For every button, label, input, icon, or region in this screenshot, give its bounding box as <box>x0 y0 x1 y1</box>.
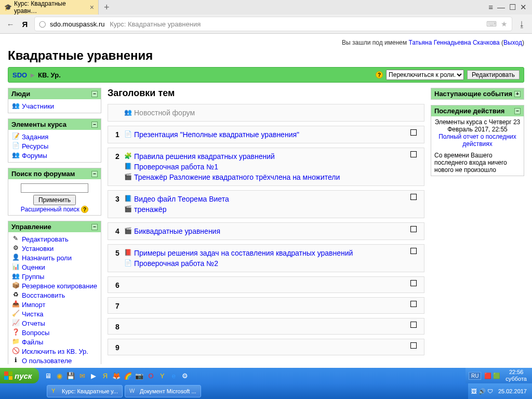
url-box[interactable]: ◯ sdo.mouspassk.ru Курс: Квадратные урав… <box>34 17 512 31</box>
activity-link[interactable]: тренажёр <box>134 205 166 214</box>
app-icon[interactable]: 📷 <box>135 371 144 380</box>
collapse-icon[interactable]: – <box>91 91 98 97</box>
activity-link[interactable]: Примеры решения задач на составления ква… <box>134 249 353 257</box>
admin-item-link[interactable]: Чистка <box>22 310 44 318</box>
admin-item-link[interactable]: Назначить роли <box>22 254 72 262</box>
opera-icon[interactable]: O <box>146 371 155 380</box>
topic-checkbox[interactable] <box>410 226 417 232</box>
taskbar-app-word[interactable]: W Документ Microsoft ... <box>125 385 201 397</box>
expand-icon[interactable]: + <box>514 91 521 97</box>
firefox-icon[interactable]: 🦊 <box>112 371 121 380</box>
taskbar-app-browser[interactable]: Y Курс: Квадратные у... <box>47 385 123 397</box>
show-desktop-icon[interactable]: 🖥 <box>43 371 52 380</box>
admin-item-link[interactable]: Импорт <box>22 301 45 309</box>
admin-item-icon: ℹ <box>11 356 20 364</box>
admin-item-link[interactable]: Отчеты <box>22 320 45 327</box>
topic-checkbox[interactable] <box>410 194 417 200</box>
help-icon[interactable]: ? <box>81 206 88 213</box>
back-icon[interactable]: ← <box>5 20 16 29</box>
admin-item-link[interactable]: Группы <box>22 273 44 281</box>
date[interactable]: 25.02.2017 <box>496 388 529 395</box>
picasa-icon[interactable]: 🌈 <box>123 371 132 380</box>
admin-item-link[interactable]: Редактировать <box>22 235 69 243</box>
tray-icon[interactable]: 🟩 <box>493 373 500 379</box>
logout-link[interactable]: Выход <box>503 39 522 46</box>
realplayer-icon[interactable]: ▶ <box>89 371 98 380</box>
admin-item-link[interactable]: Файлы <box>22 338 43 346</box>
forum-search-input[interactable] <box>21 183 88 193</box>
yandex-browser-icon[interactable]: Y <box>157 371 167 380</box>
collapse-icon[interactable]: – <box>514 108 521 114</box>
start-button[interactable]: пуск <box>0 368 39 383</box>
topic-checkbox[interactable] <box>410 322 417 328</box>
activity-link[interactable]: Тренажёр Разложение квадратного трёхчлен… <box>134 173 340 181</box>
app-icon[interactable]: ⚙ <box>180 371 190 380</box>
topic-checkbox[interactable] <box>410 129 417 136</box>
activity-link[interactable]: Проверочная работа №2 <box>134 259 218 268</box>
admin-item-link[interactable]: Вопросы <box>22 329 49 337</box>
ie-icon[interactable]: e <box>169 371 178 380</box>
minimize-icon[interactable]: — <box>497 3 505 12</box>
full-report-link[interactable]: Полный отчет о последних действиях <box>438 133 516 148</box>
admin-item-link[interactable]: О пользователе <box>22 357 72 365</box>
forums-link[interactable]: Форумы <box>22 152 47 159</box>
outlook-icon[interactable]: ✉ <box>77 371 87 380</box>
close-window-icon[interactable]: ✕ <box>520 3 527 12</box>
menu-icon[interactable]: ≡ <box>488 3 493 12</box>
admin-item-icon: 👤 <box>11 254 20 262</box>
bookmark-icon[interactable]: ★ <box>501 20 508 28</box>
activity-link[interactable]: Правила решения квадратных уравнений <box>134 152 275 161</box>
activity-link[interactable]: Новостной форум <box>134 109 195 117</box>
resources-link[interactable]: Ресурсы <box>22 142 48 150</box>
user-link[interactable]: Татьяна Геннадьевна Скачкова <box>409 39 500 46</box>
help-icon[interactable]: ? <box>376 71 383 78</box>
yandex-icon[interactable]: Я <box>20 20 30 29</box>
topic-checkbox[interactable] <box>410 248 417 254</box>
activity-icon: 🎬 <box>124 173 132 181</box>
chrome-icon[interactable]: ◉ <box>55 371 64 380</box>
tray-icons-2: 🖼 🔊 🛡 <box>471 388 493 395</box>
topic-number: 9 <box>111 342 124 352</box>
collapse-icon[interactable]: – <box>91 171 98 177</box>
search-apply-button[interactable]: Применить <box>33 195 76 205</box>
yandex-icon[interactable]: Я <box>100 371 110 380</box>
admin-item-icon: 🚫 <box>11 347 20 355</box>
activity-link[interactable]: Биквадратные уравнения <box>134 227 220 235</box>
breadcrumb-root[interactable]: SDO <box>12 71 27 79</box>
browser-tab[interactable]: 🎓 Курс: Квадратные уравн… × <box>0 0 99 15</box>
edit-button[interactable]: Редактировать <box>467 70 520 79</box>
keyboard-icon[interactable]: ⌨ <box>486 20 497 28</box>
admin-item-link[interactable]: Восстановить <box>22 291 65 299</box>
topic-checkbox[interactable] <box>410 280 417 286</box>
activity-link[interactable]: Видео файл Теорема Виета <box>134 195 229 203</box>
admin-item-link[interactable]: Оценки <box>22 263 45 271</box>
address-bar: ← Я ◯ sdo.mouspassk.ru Курс: Квадратные … <box>0 15 532 33</box>
collapse-icon[interactable]: – <box>91 224 98 230</box>
activity-link[interactable]: Презентация "Неполные квадратные уравнен… <box>134 130 299 139</box>
disk-icon[interactable]: 💾 <box>66 371 75 380</box>
activity-link[interactable]: Проверочная работа №1 <box>134 163 218 171</box>
new-tab-button[interactable]: + <box>99 2 115 13</box>
admin-item-link[interactable]: Резервное копирование <box>22 282 97 290</box>
language-indicator[interactable]: RU <box>469 372 481 380</box>
assignments-link[interactable]: Задания <box>22 133 48 141</box>
maximize-icon[interactable]: ☐ <box>509 3 516 12</box>
close-tab-icon[interactable]: × <box>90 3 94 11</box>
tray-icon[interactable]: 🟥 <box>484 373 491 379</box>
role-switch-select[interactable]: Переключиться к роли... <box>386 70 464 80</box>
tray-icon[interactable]: 🛡 <box>487 388 493 395</box>
download-icon[interactable]: ⭳ <box>516 20 527 29</box>
topic-checkbox[interactable] <box>410 151 417 157</box>
topic-checkbox[interactable] <box>410 342 417 349</box>
topic-number: 2 <box>111 151 124 182</box>
admin-item-link[interactable]: Исключить из КВ. Ур. <box>22 348 88 355</box>
admin-item-link[interactable]: Установки <box>22 245 54 252</box>
activity-icon: 👥 <box>124 109 132 117</box>
topic-checkbox[interactable] <box>410 301 417 307</box>
volume-icon[interactable]: 🔊 <box>478 388 486 395</box>
collapse-icon[interactable]: – <box>91 122 98 128</box>
clock[interactable]: 22:56 суббота <box>503 369 529 382</box>
tray-icon[interactable]: 🖼 <box>471 388 477 395</box>
participants-link[interactable]: Участники <box>22 102 54 110</box>
advanced-search-link[interactable]: Расширенный поиск <box>21 206 79 213</box>
